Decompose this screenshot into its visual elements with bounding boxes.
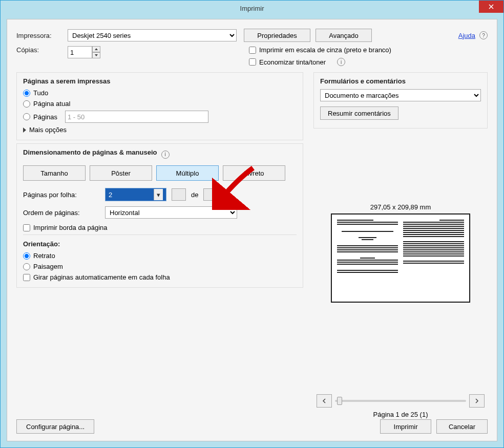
poster-button[interactable]: Pôster [90,165,152,181]
print-button[interactable]: Imprimir [380,419,431,434]
preview-next-button[interactable] [469,394,485,408]
close-button[interactable] [479,1,503,13]
page-range-input[interactable] [65,111,208,123]
summarize-comments-button[interactable]: Resumir comentários [320,106,398,120]
window-title: Imprimir [240,5,264,12]
savetoner-checkbox[interactable] [249,58,256,66]
of-label: de [191,191,198,199]
help-icon[interactable]: ? [479,31,488,39]
footer: Configurar página... Imprimir Cancelar [16,419,488,434]
sizing-info-icon[interactable]: i [161,151,170,159]
chevron-left-icon [322,398,327,403]
triangle-right-icon [23,127,26,133]
chevron-down-icon: ▾ [154,189,163,200]
slider-thumb[interactable] [337,397,342,405]
size-button[interactable]: Tamanho [23,165,86,181]
page-order-select[interactable]: Horizontal [105,206,237,219]
print-dialog: Imprimir Impressora: Deskjet 2540 series… [0,0,504,448]
savetoner-checkbox-row[interactable]: Economizar tinta/toner i [249,58,391,66]
preview-sheet [331,214,470,302]
titlebar: Imprimir [1,1,503,16]
copies-spin-up[interactable] [92,46,100,52]
savetoner-info-icon[interactable]: i [337,58,345,66]
radio-all[interactable] [23,90,30,97]
sizing-group-title: Dimensionamento de páginas & manuseio [23,148,157,156]
grayscale-checkbox-row[interactable]: Imprimir em escala de cinza (preto e bra… [249,46,391,54]
copies-input[interactable] [68,46,92,58]
radio-portrait[interactable] [23,252,30,260]
preview-prev-button[interactable] [317,394,332,408]
pages-group: Páginas a serem impressas Tudo Página at… [16,72,303,140]
radio-all-row[interactable]: Tudo [23,89,297,97]
printer-label: Impressora: [16,32,62,39]
grayscale-label: Imprimir em escala de cinza (preto e bra… [259,46,391,54]
orientation-title: Orientação: [23,240,297,248]
properties-button[interactable]: Propriedades [244,29,310,42]
pages-per-sheet-select[interactable]: 2 ▾ [105,188,166,201]
advanced-button[interactable]: Avançado [316,29,372,42]
radio-current-row[interactable]: Página atual [23,100,297,108]
page-counter: Página 1 de 25 (1) [373,411,428,418]
savetoner-label: Economizar tinta/toner [259,58,326,66]
pages-group-title: Páginas a serem impressas [23,77,297,85]
page-setup-button[interactable]: Configurar página... [16,419,94,434]
cancel-button[interactable]: Cancelar [436,419,488,434]
pages-per-sheet-label: Páginas por folha: [23,191,100,199]
close-icon [489,4,494,9]
print-border-row[interactable]: Imprimir borda da página [23,224,297,231]
preview-dimensions: 297,05 x 209,89 mm [370,203,431,211]
preview-slider[interactable] [335,400,466,402]
chevron-right-icon [474,398,479,403]
radio-range-row[interactable]: Páginas [23,111,297,123]
sizing-group: Dimensionamento de páginas & manuseio i … [16,143,303,288]
page-order-label: Ordem de páginas: [23,209,100,217]
custom-cols-input [172,188,186,201]
preview-area: 297,05 x 209,89 mm [313,132,488,418]
grayscale-checkbox[interactable] [249,47,256,54]
help-link[interactable]: Ajuda [458,32,475,39]
booklet-button[interactable]: Livreto [223,165,285,181]
forms-group: Formulários e comentários Documento e ma… [313,72,488,129]
forms-group-title: Formulários e comentários [320,77,481,85]
multiple-button[interactable]: Múltiplo [156,165,219,181]
copies-spin-down[interactable] [92,52,100,58]
radio-landscape-row[interactable]: Paisagem [23,263,297,270]
radio-current[interactable] [23,100,30,108]
dialog-body: Impressora: Deskjet 2540 series Propried… [7,19,497,441]
copies-label: Cópias: [16,46,62,54]
custom-rows-input [203,188,218,201]
more-options-toggle[interactable]: Mais opções [23,126,297,134]
print-border-checkbox[interactable] [23,224,30,231]
radio-range[interactable] [23,113,30,120]
autorotate-row[interactable]: Girar páginas automaticamente em cada fo… [23,273,297,281]
autorotate-checkbox[interactable] [23,274,30,281]
forms-select[interactable]: Documento e marcações [320,89,481,101]
radio-portrait-row[interactable]: Retrato [23,252,297,260]
preview-page-2 [403,220,464,296]
printer-select[interactable]: Deskjet 2540 series [68,29,237,41]
radio-landscape[interactable] [23,263,30,270]
preview-page-1 [337,220,398,296]
